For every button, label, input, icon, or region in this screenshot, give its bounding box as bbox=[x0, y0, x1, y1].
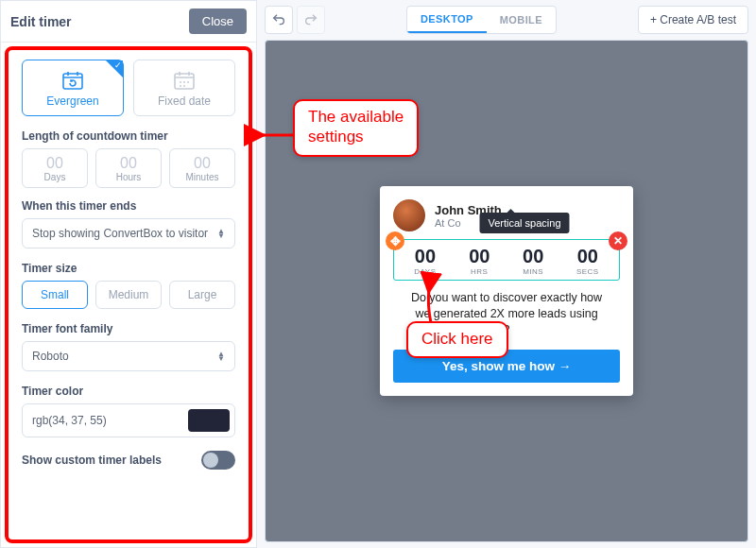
select-caret-icon: ▲▼ bbox=[217, 351, 225, 361]
avatar bbox=[393, 199, 425, 231]
length-label: Length of countdown timer bbox=[22, 129, 235, 143]
color-swatch[interactable] bbox=[188, 409, 230, 432]
hours-input[interactable]: 00 Hours bbox=[95, 148, 162, 188]
option-evergreen-label: Evergreen bbox=[26, 94, 119, 108]
select-caret-icon: ▲▼ bbox=[217, 229, 225, 238]
end-action-label: When this timer ends bbox=[22, 199, 235, 213]
svg-point-8 bbox=[180, 81, 181, 83]
tab-desktop[interactable]: DESKTOP bbox=[407, 7, 487, 33]
svg-point-10 bbox=[187, 81, 189, 83]
tab-mobile[interactable]: MOBILE bbox=[487, 7, 556, 33]
calendar-dots-icon bbox=[138, 70, 231, 91]
custom-labels-label: Show custom timer labels bbox=[22, 454, 162, 467]
sidebar-body: Evergreen bbox=[5, 46, 252, 543]
undo-button[interactable] bbox=[265, 6, 293, 34]
convertbox-widget: John Smith At Co Vertical spacing ✥ ✕ 00… bbox=[380, 186, 633, 396]
size-medium[interactable]: Medium bbox=[95, 281, 162, 309]
svg-point-12 bbox=[183, 85, 185, 87]
font-label: Timer font family bbox=[22, 322, 235, 335]
color-input[interactable]: rgb(34, 37, 55) bbox=[22, 403, 235, 437]
create-ab-test-button[interactable]: + Create A/B test bbox=[638, 6, 748, 34]
length-inputs: 00 Days 00 Hours 00 Minutes bbox=[22, 148, 235, 188]
preview-toolbar: DESKTOP MOBILE + Create A/B test bbox=[265, 6, 748, 34]
option-fixed-date-label: Fixed date bbox=[138, 94, 231, 108]
days-input[interactable]: 00 Days bbox=[22, 148, 88, 188]
timer-type-options: Evergreen bbox=[22, 60, 235, 116]
option-evergreen[interactable]: Evergreen bbox=[22, 60, 124, 116]
annotation-click-here: Click here bbox=[406, 321, 508, 358]
svg-point-11 bbox=[180, 85, 181, 87]
font-value: Roboto bbox=[32, 350, 69, 363]
sidebar-header: Edit timer Close bbox=[1, 1, 256, 43]
vertical-spacing-tooltip: Vertical spacing bbox=[479, 213, 569, 233]
device-switch: DESKTOP MOBILE bbox=[406, 6, 557, 34]
minutes-input[interactable]: 00 Minutes bbox=[169, 148, 235, 188]
font-select[interactable]: Roboto ▲▼ bbox=[22, 341, 235, 371]
timer-element[interactable]: ✥ ✕ 00DAYS 00HRS 00MINS 00SECS bbox=[393, 239, 620, 281]
svg-point-9 bbox=[183, 81, 185, 83]
size-large[interactable]: Large bbox=[169, 281, 235, 309]
delete-element-icon[interactable]: ✕ bbox=[609, 231, 627, 250]
color-label: Timer color bbox=[22, 385, 235, 398]
color-value: rgb(34, 37, 55) bbox=[32, 414, 188, 427]
option-fixed-date[interactable]: Fixed date bbox=[133, 60, 235, 116]
preview-area: DESKTOP MOBILE + Create A/B test John Sm… bbox=[257, 0, 756, 548]
custom-labels-toggle[interactable] bbox=[201, 451, 235, 470]
end-action-select[interactable]: Stop showing ConvertBox to visitor ▲▼ bbox=[22, 218, 235, 248]
drag-handle-icon[interactable]: ✥ bbox=[386, 231, 404, 250]
size-label: Timer size bbox=[22, 262, 235, 275]
end-action-value: Stop showing ConvertBox to visitor bbox=[32, 227, 208, 240]
selected-check-icon bbox=[106, 60, 123, 77]
annotation-settings: The available settings bbox=[293, 99, 419, 157]
panel-title: Edit timer bbox=[10, 14, 72, 29]
edit-timer-panel: Edit timer Close bbox=[0, 0, 257, 548]
custom-labels-row: Show custom timer labels bbox=[22, 451, 235, 470]
size-options: Small Medium Large bbox=[22, 281, 235, 309]
close-button[interactable]: Close bbox=[189, 9, 247, 34]
redo-button[interactable] bbox=[297, 6, 325, 34]
size-small[interactable]: Small bbox=[22, 281, 88, 309]
